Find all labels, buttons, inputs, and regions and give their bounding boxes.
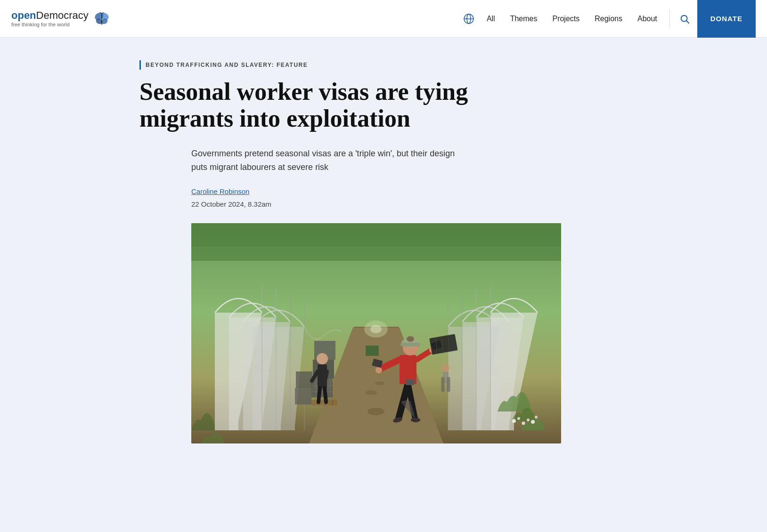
section-label-bar xyxy=(139,60,141,70)
svg-rect-90 xyxy=(367,347,378,355)
svg-point-50 xyxy=(317,353,328,364)
svg-rect-74 xyxy=(406,379,414,385)
svg-line-54 xyxy=(325,388,326,402)
donate-button[interactable]: DONATE xyxy=(697,0,756,38)
svg-rect-43 xyxy=(295,388,311,404)
svg-point-58 xyxy=(411,418,420,422)
logo-open: open xyxy=(11,9,36,21)
nav-regions[interactable]: Regions xyxy=(588,11,629,27)
author-link[interactable]: Caroline Robinson xyxy=(191,187,628,195)
hero-image xyxy=(191,223,561,443)
svg-line-11 xyxy=(686,21,689,23)
svg-line-53 xyxy=(318,388,320,402)
nav-themes[interactable]: Themes xyxy=(504,11,544,27)
globe-icon xyxy=(463,13,474,24)
nav-all[interactable]: All xyxy=(480,11,502,27)
site-header: openDemocracy free thinking for the worl… xyxy=(0,0,767,38)
nav-projects[interactable]: Projects xyxy=(546,11,586,27)
svg-point-62 xyxy=(375,367,382,373)
svg-rect-72 xyxy=(400,343,420,347)
svg-point-79 xyxy=(512,419,516,423)
article-body: Governments pretend seasonal visas are a… xyxy=(191,147,628,443)
svg-point-73 xyxy=(407,336,414,342)
hero-scene-svg xyxy=(191,223,561,443)
article-headline: Seasonal worker visas are tying migrants… xyxy=(139,78,526,132)
svg-point-81 xyxy=(522,421,525,425)
logo-democracy: Democracy xyxy=(36,9,89,21)
nav-divider xyxy=(669,9,670,28)
logo[interactable]: openDemocracy free thinking for the worl… xyxy=(11,10,110,27)
section-label: BEYOND TRAFFICKING AND SLAVERY: FEATURE xyxy=(139,60,628,70)
svg-point-82 xyxy=(527,419,530,421)
svg-point-15 xyxy=(367,408,384,415)
svg-point-80 xyxy=(517,417,520,420)
search-button[interactable] xyxy=(676,10,694,28)
svg-point-88 xyxy=(370,325,382,333)
butterfly-icon xyxy=(93,10,110,27)
svg-rect-86 xyxy=(191,223,561,247)
nav-about[interactable]: About xyxy=(631,11,664,27)
svg-rect-44 xyxy=(296,371,312,388)
article-date: 22 October 2024, 8.32am xyxy=(191,200,628,208)
main-nav: All Themes Projects Regions About xyxy=(463,9,694,28)
section-label-text: BEYOND TRAFFICKING AND SLAVERY: FEATURE xyxy=(146,62,308,68)
svg-point-76 xyxy=(442,364,449,372)
svg-point-17 xyxy=(375,381,384,385)
svg-line-52 xyxy=(325,371,327,383)
article-standfirst: Governments pretend seasonal visas are a… xyxy=(191,147,465,174)
article-main: BEYOND TRAFFICKING AND SLAVERY: FEATURE … xyxy=(124,38,643,472)
svg-point-16 xyxy=(366,390,377,395)
svg-point-83 xyxy=(531,420,535,424)
logo-tagline: free thinking for the world xyxy=(11,22,89,27)
svg-point-84 xyxy=(535,416,538,419)
